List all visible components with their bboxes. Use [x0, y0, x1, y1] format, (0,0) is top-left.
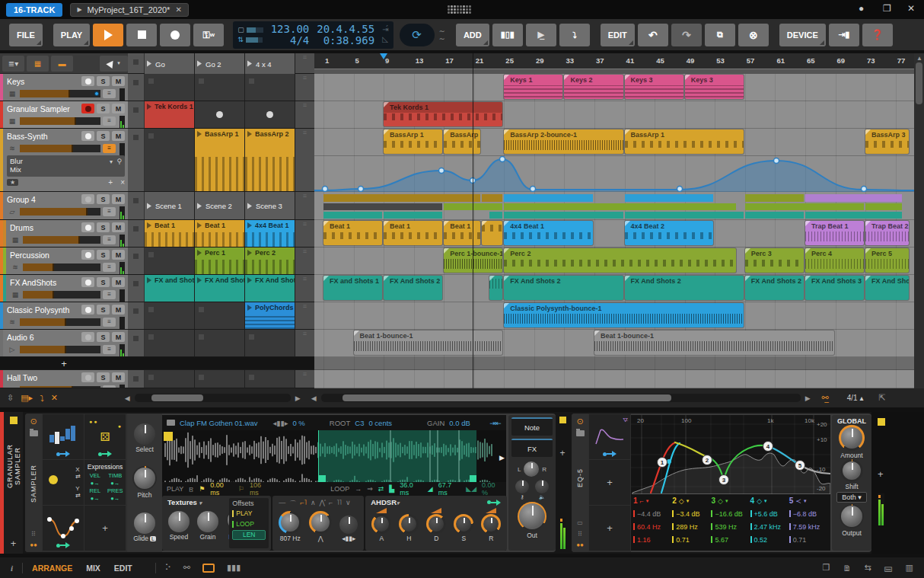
- automation-point[interactable]: [862, 187, 867, 192]
- track-row[interactable]: PercussionSM≋≡: [0, 247, 128, 275]
- position-time[interactable]: 0:38.969: [317, 35, 374, 46]
- pin-icon[interactable]: ⚲: [116, 158, 122, 166]
- help-icon[interactable]: ❓: [862, 24, 893, 46]
- device-power-icon[interactable]: ⊙: [576, 417, 583, 426]
- clip-slot[interactable]: 4x4 Beat 1: [245, 220, 295, 247]
- track-display-mode-icon[interactable]: ≣▾: [2, 56, 24, 72]
- clip-slot[interactable]: BassArp 1: [195, 129, 245, 191]
- keytrack-value[interactable]: 0 %: [292, 419, 304, 427]
- launcher-scroll-left[interactable]: ◀: [125, 394, 130, 402]
- clip-slot[interactable]: [195, 101, 245, 128]
- eq-amount-knob[interactable]: [841, 427, 862, 449]
- clip-row-menu[interactable]: ≡: [295, 275, 314, 302]
- link-views-icon[interactable]: ⚯: [183, 563, 190, 573]
- dual-display-icon[interactable]: ⠕: [165, 563, 171, 573]
- add-modulator-button[interactable]: +: [84, 506, 126, 551]
- automation-point[interactable]: [774, 158, 779, 164]
- filter-notch-icon[interactable]: ˥˥: [336, 499, 342, 509]
- track-name[interactable]: Classic Polysynth: [7, 305, 79, 315]
- automation-point[interactable]: [677, 187, 683, 192]
- playhead-follow-icon[interactable]: ⚯̲: [822, 393, 829, 403]
- time-signature[interactable]: 4/4: [271, 35, 310, 46]
- track-row[interactable]: Classic PolysynthSM≋≡: [0, 302, 128, 330]
- track-name[interactable]: Drums: [10, 223, 79, 232]
- clip-slot[interactable]: Scene 2: [195, 192, 245, 219]
- arranger-clip[interactable]: Keys 1: [504, 75, 562, 99]
- automation-preset-icon[interactable]: ★: [7, 179, 18, 186]
- filter-allpass-icon[interactable]: ∨: [346, 499, 351, 509]
- loop-end-handle[interactable]: [470, 475, 476, 482]
- loop-toggle[interactable]: ⟳: [400, 24, 435, 46]
- arranger-clip[interactable]: BassArp 2-bounce-1: [504, 129, 623, 154]
- root-note[interactable]: C3: [355, 419, 364, 427]
- arranger-track-lane[interactable]: Perc 1-bounce-1Perc 2Perc 3Perc 4Perc 5: [314, 247, 914, 275]
- view-tab-edit[interactable]: EDIT: [114, 564, 132, 573]
- preview-play-icon[interactable]: ▶: [499, 454, 505, 461]
- arranger-clip[interactable]: Perc 2: [504, 248, 736, 273]
- undo-icon[interactable]: ↶: [638, 24, 668, 46]
- add-effect-track-icon[interactable]: ⤵: [559, 24, 590, 46]
- arm-record-button[interactable]: [81, 76, 94, 86]
- clip-row-menu[interactable]: ≡: [295, 302, 314, 329]
- arranger-clip[interactable]: 4x4 Beat 1: [504, 221, 593, 245]
- stop-all-button[interactable]: [128, 53, 145, 73]
- play-start-value[interactable]: 0.00 ms: [210, 481, 233, 497]
- clip-stop-button[interactable]: [128, 302, 145, 329]
- volume-fader[interactable]: [20, 386, 100, 388]
- track-height-icon[interactable]: ⇳: [7, 393, 14, 403]
- arranger-scroll-left[interactable]: ◀: [311, 394, 317, 402]
- arranger-clip[interactable]: 4x4 Beat 2: [625, 221, 714, 245]
- clip-slot[interactable]: [195, 330, 245, 356]
- grain-knob[interactable]: [197, 511, 218, 532]
- single-panel-icon[interactable]: [202, 564, 215, 573]
- clip-slot[interactable]: Beat 1: [195, 220, 245, 247]
- eq-band-selector[interactable]: 4◇▾: [750, 494, 789, 507]
- arranger-clip[interactable]: FX And Shots 2: [384, 276, 442, 300]
- zoom-fit-icon[interactable]: ⇥⇤: [489, 419, 502, 427]
- arranger-track-lane[interactable]: [314, 370, 914, 388]
- clip-slot[interactable]: BassArp 2: [245, 129, 295, 191]
- arm-record-button[interactable]: [81, 305, 94, 315]
- view-tab-arrange[interactable]: ARRANGE: [32, 564, 72, 573]
- add-instrument-track-icon[interactable]: ▮▯▮: [492, 24, 523, 46]
- device-preset-folder-icon[interactable]: [576, 430, 585, 436]
- clip-row-menu[interactable]: ≡: [295, 129, 314, 191]
- volume-fader[interactable]: [20, 346, 100, 353]
- velocity-knob[interactable]: [515, 480, 529, 493]
- solo-button[interactable]: S: [97, 277, 110, 287]
- eq-band-freq[interactable]: 60.4 Hz: [633, 520, 672, 533]
- clip-row-menu[interactable]: ≡: [295, 101, 314, 128]
- device-power-icon[interactable]: ⊙: [30, 417, 37, 426]
- chevron-down-icon[interactable]: ▾: [110, 158, 113, 166]
- track-name[interactable]: Keys: [7, 77, 79, 86]
- clip-slot[interactable]: [145, 247, 195, 274]
- track-menu-button[interactable]: ≡: [103, 263, 116, 272]
- device-expand-icon[interactable]: ▭: [577, 519, 583, 526]
- mute-button[interactable]: M: [112, 104, 125, 113]
- multi-panel-icon[interactable]: ▮▮▮: [227, 563, 241, 573]
- pitch-knob[interactable]: [134, 468, 155, 489]
- insert-device-icon[interactable]: ⇥▮: [829, 24, 859, 46]
- launcher-clip[interactable]: FX And Shots 3: [245, 275, 295, 302]
- eq-output-knob[interactable]: [841, 506, 862, 527]
- mute-button[interactable]: M: [112, 194, 125, 204]
- loop-start-handle[interactable]: [319, 475, 326, 482]
- out-knob[interactable]: [519, 503, 545, 529]
- add-automation-lane-button[interactable]: +: [108, 178, 113, 187]
- arranger-clip[interactable]: Trap Beat 1: [805, 221, 864, 245]
- curve-modulator[interactable]: [43, 506, 84, 551]
- solo-button[interactable]: S: [97, 332, 110, 342]
- mute-button[interactable]: M: [112, 222, 125, 232]
- eq-band-gain[interactable]: −3.4 dB: [672, 507, 711, 520]
- clip-stop-button[interactable]: [128, 129, 145, 191]
- arm-record-button[interactable]: [81, 104, 94, 113]
- lanes-view-icon[interactable]: ▬: [51, 56, 73, 72]
- arm-record-button[interactable]: [81, 222, 94, 232]
- mute-button[interactable]: M: [112, 250, 125, 260]
- arranger-track-lane[interactable]: FX and Shots 1FX And Shots 2FX And Shots…: [314, 275, 914, 302]
- track-row[interactable]: Audio 6SM▷≡: [0, 330, 128, 357]
- eq-band-selector[interactable]: 2◇▾: [672, 494, 711, 507]
- eq-band-gain[interactable]: −6.8 dB: [789, 507, 828, 520]
- tempo-value[interactable]: 123.00: [271, 24, 310, 35]
- select-knob[interactable]: [134, 423, 155, 445]
